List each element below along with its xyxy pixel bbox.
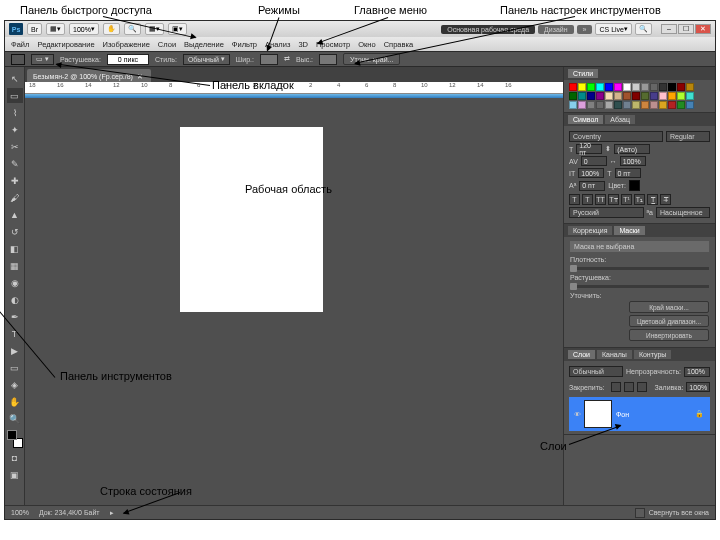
quickmask-toggle[interactable]: ◘ (7, 450, 23, 465)
document-tab[interactable]: Безымян-2 @ 100% (Fp.cep./8)✕ (27, 69, 151, 82)
hand-tool-button[interactable]: ✋ (103, 23, 120, 35)
swatch[interactable] (641, 92, 649, 100)
menu-edit[interactable]: Редактирование (37, 40, 94, 49)
hand-tool[interactable]: ✋ (7, 394, 23, 409)
screenmode-toggle[interactable]: ▣ (7, 467, 23, 482)
swatch[interactable] (632, 83, 640, 91)
search-icon[interactable]: 🔍 (635, 23, 652, 35)
swatch[interactable] (587, 83, 595, 91)
swatch[interactable] (605, 92, 613, 100)
blur-tool[interactable]: ◉ (7, 275, 23, 290)
wand-tool[interactable]: ✦ (7, 122, 23, 137)
lock-all-icon[interactable] (637, 382, 647, 392)
maximize-button[interactable]: ☐ (678, 24, 694, 34)
swatch[interactable] (677, 101, 685, 109)
document-canvas[interactable] (180, 127, 323, 312)
subscript-button[interactable]: T₁ (634, 194, 645, 205)
feather-input[interactable]: 0 пикс (107, 54, 149, 65)
eyedropper-tool[interactable]: ✎ (7, 156, 23, 171)
move-tool[interactable]: ↖ (7, 71, 23, 86)
swatch[interactable] (650, 83, 658, 91)
brush-tool[interactable]: 🖌 (7, 190, 23, 205)
text-color-swatch[interactable] (629, 180, 640, 191)
corrections-tab[interactable]: Коррекция (568, 226, 612, 235)
paths-tab[interactable]: Контуры (634, 350, 671, 359)
collapse-icon[interactable] (635, 508, 645, 518)
swatch[interactable] (668, 101, 676, 109)
mask-edge-button[interactable]: Край маски... (629, 301, 709, 313)
workspace-more[interactable]: » (577, 25, 593, 34)
workspace-tab-main[interactable]: Основная рабочая среда (441, 25, 535, 34)
swatch[interactable] (677, 92, 685, 100)
kerning-input[interactable]: 0 (581, 156, 607, 166)
strike-button[interactable]: T̶ (660, 194, 671, 205)
swatch[interactable] (578, 101, 586, 109)
char-tab[interactable]: Символ (568, 115, 603, 124)
swatch[interactable] (587, 101, 595, 109)
feather-slider[interactable] (570, 285, 709, 288)
swatch[interactable] (650, 92, 658, 100)
swatch[interactable] (650, 101, 658, 109)
swatch[interactable] (677, 83, 685, 91)
width-input[interactable] (260, 54, 278, 65)
shape-tool[interactable]: ▭ (7, 360, 23, 375)
channels-tab[interactable]: Каналы (597, 350, 632, 359)
3d-tool[interactable]: ◈ (7, 377, 23, 392)
swatch[interactable] (596, 83, 604, 91)
marquee-tool[interactable]: ▭ (7, 88, 23, 103)
bold-button[interactable]: T (569, 194, 580, 205)
swatch[interactable] (632, 92, 640, 100)
collapse-label[interactable]: Свернуть все окна (649, 509, 709, 516)
lasso-tool[interactable]: ⌇ (7, 105, 23, 120)
font-family-select[interactable]: Coventry (569, 131, 663, 142)
swatch[interactable] (578, 83, 586, 91)
stamp-tool[interactable]: ▲ (7, 207, 23, 222)
minimize-button[interactable]: – (661, 24, 677, 34)
swatch[interactable] (623, 92, 631, 100)
swatch[interactable] (659, 92, 667, 100)
layer-name[interactable]: Фон (616, 411, 695, 418)
vscale-input[interactable]: 100% (578, 168, 604, 178)
zoom-select[interactable]: 100% ▾ (69, 23, 99, 35)
layers-tab[interactable]: Слои (568, 350, 595, 359)
fg-bg-colors[interactable] (7, 430, 23, 448)
swatch[interactable] (632, 101, 640, 109)
crop-tool[interactable]: ✂ (7, 139, 23, 154)
paragraph-tab[interactable]: Абзац (605, 115, 635, 124)
menu-help[interactable]: Справка (384, 40, 413, 49)
status-doc[interactable]: Док: 234,4К/0 Байт (39, 509, 100, 516)
height-input[interactable] (319, 54, 337, 65)
layer-row[interactable]: 👁 Фон 🔒 (569, 397, 710, 431)
menu-file[interactable]: Файл (11, 40, 29, 49)
swatch[interactable] (659, 83, 667, 91)
baseline-input[interactable]: 100% (620, 156, 646, 166)
swatch[interactable] (569, 101, 577, 109)
density-slider[interactable] (570, 267, 709, 270)
swatches-tab[interactable]: Стили (568, 69, 598, 78)
antialias-select[interactable]: Насыщенное (656, 207, 710, 218)
swatch[interactable] (641, 101, 649, 109)
swatch[interactable] (668, 92, 676, 100)
lang-select[interactable]: Русский (569, 207, 644, 218)
lock-position-icon[interactable] (624, 382, 634, 392)
menu-select[interactable]: Выделение (184, 40, 224, 49)
healing-tool[interactable]: ✚ (7, 173, 23, 188)
menu-filter[interactable]: Фильтр (232, 40, 257, 49)
swatch[interactable] (614, 83, 622, 91)
swatch[interactable] (614, 92, 622, 100)
baseline-shift-input[interactable]: 0 пт (579, 181, 605, 191)
swatch[interactable] (686, 101, 694, 109)
swatch[interactable] (578, 92, 586, 100)
swatch[interactable] (641, 83, 649, 91)
menu-image[interactable]: Изображение (103, 40, 150, 49)
dodge-tool[interactable]: ◐ (7, 292, 23, 307)
opacity-input[interactable]: 100% (684, 367, 710, 377)
allcaps-button[interactable]: TT (595, 194, 606, 205)
leading-input[interactable]: (Авто) (614, 144, 650, 154)
swatch[interactable] (623, 83, 631, 91)
smallcaps-button[interactable]: Tᴛ (608, 194, 619, 205)
status-zoom[interactable]: 100% (11, 509, 29, 516)
swatch[interactable] (686, 83, 694, 91)
layout-button[interactable]: ▦▾ (46, 23, 65, 35)
layer-thumbnail[interactable] (584, 400, 612, 428)
